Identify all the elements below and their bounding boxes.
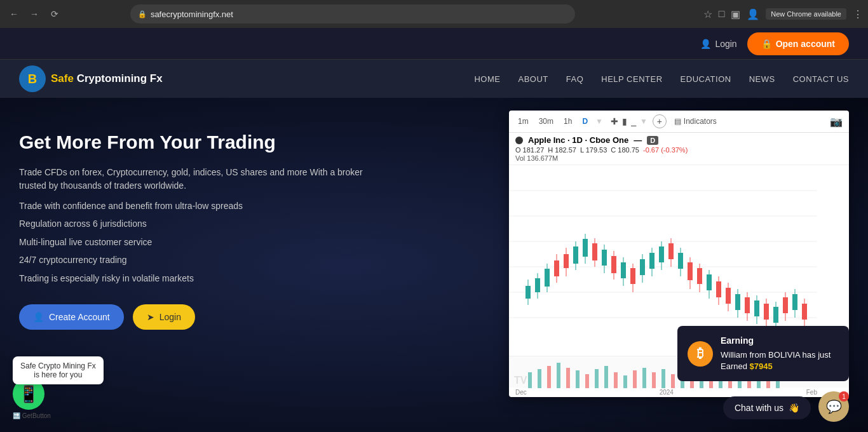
- svg-rect-27: [621, 262, 626, 278]
- whatsapp-tooltip-line2: is here for you: [20, 370, 96, 379]
- login-link[interactable]: 👤 Login: [700, 39, 736, 49]
- earning-message: William from BOLIVIA has just Earned $79…: [721, 349, 839, 372]
- chart-1m[interactable]: 1m: [515, 116, 531, 127]
- earning-message-text: William from BOLIVIA has just Earned: [721, 350, 831, 371]
- login-label: Login: [715, 39, 736, 49]
- svg-rect-55: [754, 300, 759, 316]
- hero-login-label: Login: [159, 312, 181, 322]
- hero-feature-4: 24/7 cryptocurrency trading: [19, 253, 369, 267]
- earning-popup: ₿ Earning William from BOLIVIA has just …: [677, 326, 849, 381]
- open-account-label: Open account: [776, 39, 835, 49]
- svg-rect-80: [604, 366, 608, 388]
- chart-d[interactable]: D: [580, 116, 590, 127]
- svg-rect-74: [547, 366, 551, 388]
- top-bar: 👤 Login 🔒 Open account: [0, 28, 868, 60]
- svg-rect-65: [802, 304, 807, 320]
- website: 👤 Login 🔒 Open account B Safe Cryptomini…: [0, 28, 868, 432]
- profile-icon[interactable]: 👤: [747, 8, 759, 20]
- svg-rect-13: [554, 260, 559, 276]
- svg-rect-29: [630, 268, 635, 284]
- svg-rect-25: [611, 256, 616, 273]
- logo-letter: B: [28, 72, 37, 86]
- chart-icons: ✚ ▮ ⎯ ▼: [611, 116, 648, 126]
- svg-rect-17: [573, 246, 578, 264]
- svg-rect-11: [545, 269, 550, 287]
- back-button[interactable]: ←: [5, 5, 23, 23]
- whatsapp-tooltip: Safe Crypto Mining Fx is here for you: [13, 356, 104, 384]
- bookmark-icon[interactable]: ☆: [703, 8, 712, 20]
- svg-rect-87: [671, 374, 675, 388]
- nav-help-center[interactable]: HELP CENTER: [601, 74, 662, 84]
- create-account-button[interactable]: 👤 Create Account: [19, 304, 124, 330]
- chat-bell-icon: 💬: [826, 399, 842, 414]
- price-change: -0.67 (-0.37%): [643, 146, 688, 154]
- svg-rect-76: [566, 368, 570, 388]
- svg-rect-57: [764, 304, 769, 320]
- svg-rect-79: [595, 369, 599, 388]
- symbol-dot: [515, 137, 523, 144]
- earning-amount: $7945: [750, 361, 773, 371]
- chart-30m[interactable]: 30m: [536, 116, 556, 127]
- open-account-button[interactable]: 🔒 Open account: [747, 32, 849, 55]
- hero-login-button[interactable]: ➤ Login: [133, 304, 195, 330]
- forward-button[interactable]: →: [25, 5, 43, 23]
- chat-bell-button[interactable]: 💬 1: [818, 391, 849, 422]
- symbol-name: Apple Inc · 1D · Cboe One: [528, 135, 628, 145]
- browser-nav-buttons: ← → ⟳: [5, 5, 64, 23]
- nav-home[interactable]: HOME: [474, 74, 500, 84]
- nav-contact-us[interactable]: CONTACT US: [793, 74, 849, 84]
- tradingview-watermark: TV: [514, 375, 527, 386]
- nav-news[interactable]: NEWS: [749, 74, 775, 84]
- chart-add-button[interactable]: +: [653, 114, 667, 128]
- logo[interactable]: B Safe Cryptomining Fx: [19, 65, 163, 92]
- chart-camera-icon[interactable]: 📷: [830, 116, 843, 128]
- logo-text-safe: Safe: [51, 72, 77, 84]
- chart-crosshair-icon[interactable]: ✚: [611, 116, 618, 126]
- address-bar[interactable]: 🔒 safecryptominingfx.net: [130, 4, 575, 24]
- logo-text: Safe Cryptomining Fx: [51, 72, 163, 85]
- chart-line-icon[interactable]: ⎯: [631, 116, 636, 126]
- chart-d-badge: D: [647, 136, 658, 145]
- svg-rect-82: [623, 375, 627, 388]
- svg-rect-63: [792, 294, 797, 310]
- reload-button[interactable]: ⟳: [46, 5, 64, 23]
- menu-icon[interactable]: ⋮: [853, 8, 863, 20]
- whatsapp-icon: 📱: [18, 384, 39, 404]
- svg-rect-9: [535, 278, 540, 292]
- getbutton-label: 🔜: [13, 412, 20, 419]
- navbar: B Safe Cryptomining Fx HOME ABOUT FAQ HE…: [0, 60, 868, 98]
- price-high: H 182.57: [548, 146, 576, 154]
- svg-rect-51: [735, 294, 740, 310]
- svg-rect-73: [538, 369, 541, 388]
- nav-about[interactable]: ABOUT: [518, 74, 548, 84]
- chart-x-labels: Dec 2024 Feb: [509, 388, 849, 397]
- chart-indicators-button[interactable]: ▤ Indicators: [674, 117, 717, 126]
- svg-rect-7: [526, 286, 531, 299]
- indicators-chart-icon: ▤: [674, 117, 681, 126]
- svg-rect-72: [528, 372, 532, 388]
- svg-rect-49: [726, 288, 731, 304]
- extensions-icon[interactable]: □: [719, 8, 725, 20]
- x-label-dec: Dec: [515, 389, 527, 396]
- nav-links: HOME ABOUT FAQ HELP CENTER EDUCATION NEW…: [474, 74, 849, 84]
- hero-feature-5: Trading is especially risky in volatile …: [19, 271, 369, 285]
- price-open: O 181.27: [515, 146, 544, 154]
- hero-subtitle: Trade CFDs on forex, Cryptocurrency, gol…: [19, 166, 369, 192]
- svg-rect-53: [745, 297, 750, 313]
- svg-rect-84: [642, 368, 646, 388]
- whatsapp-float: Safe Crypto Mining Fx is here for you 📱 …: [13, 378, 51, 419]
- svg-rect-85: [652, 372, 656, 388]
- tab-icon[interactable]: ▣: [731, 8, 740, 20]
- hero-section: Get More From Your Trading Trade CFDs on…: [0, 98, 868, 432]
- bitcoin-icon: ₿: [688, 341, 713, 367]
- url-text: safecryptominingfx.net: [151, 10, 233, 19]
- nav-education[interactable]: EDUCATION: [681, 74, 731, 84]
- nav-faq[interactable]: FAQ: [566, 74, 584, 84]
- chat-widget[interactable]: Chat with us 👋: [723, 396, 811, 419]
- svg-rect-45: [707, 274, 712, 290]
- chart-candle-icon[interactable]: ▮: [622, 116, 627, 126]
- chart-1h[interactable]: 1h: [561, 116, 574, 127]
- hero-title: Get More From Your Trading: [19, 130, 369, 154]
- chat-notification-badge: 1: [839, 391, 849, 402]
- svg-rect-81: [614, 372, 618, 388]
